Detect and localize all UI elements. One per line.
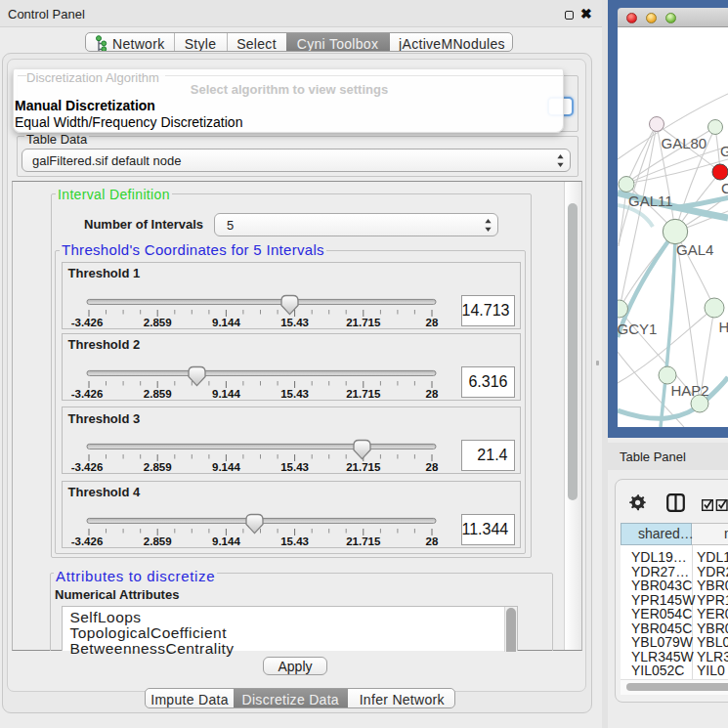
svg-text:15.43: 15.43 [280,461,309,473]
svg-text:15.43: 15.43 [280,316,309,327]
svg-text:C: C [721,180,728,196]
svg-text:2.859: 2.859 [144,387,172,399]
svg-text:GA: GA [720,143,728,159]
svg-text:9.144: 9.144 [212,461,240,473]
svg-text:28: 28 [426,461,439,473]
svg-text:28: 28 [426,387,439,399]
svg-text:-3.426: -3.426 [71,535,104,546]
svg-text:9.144: 9.144 [212,387,240,399]
svg-text:21.715: 21.715 [346,316,381,327]
svg-text:21.715: 21.715 [346,535,381,546]
svg-text:9.144: 9.144 [212,316,240,327]
svg-text:2.859: 2.859 [144,461,172,473]
svg-text:GAL4: GAL4 [676,241,713,258]
svg-text:28: 28 [426,316,439,327]
svg-text:H: H [719,319,728,335]
svg-text:-3.426: -3.426 [71,387,104,399]
svg-text:9.144: 9.144 [212,535,240,546]
svg-text:GCY1: GCY1 [618,321,657,337]
svg-text:-3.426: -3.426 [71,316,104,327]
svg-text:HAP2: HAP2 [671,382,709,399]
svg-text:28: 28 [426,535,439,546]
svg-text:-3.426: -3.426 [71,461,104,473]
svg-text:GAL80: GAL80 [662,135,707,151]
svg-text:21.715: 21.715 [346,461,381,473]
svg-text:15.43: 15.43 [280,387,309,399]
svg-text:2.859: 2.859 [144,535,172,546]
svg-text:21.715: 21.715 [346,387,381,399]
svg-text:15.43: 15.43 [280,535,309,546]
svg-text:GAL11: GAL11 [628,193,673,209]
svg-text:2.859: 2.859 [144,316,172,327]
